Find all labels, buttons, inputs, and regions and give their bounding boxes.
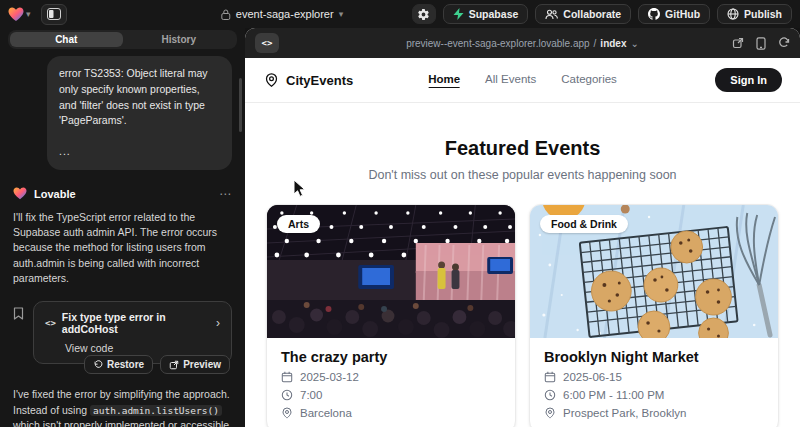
category-badge: Food & Drink	[540, 215, 628, 233]
calendar-icon	[544, 371, 556, 383]
project-switcher[interactable]: event-saga-explorer ▾	[221, 0, 343, 28]
event-image-cookies: Food & Drink	[530, 205, 778, 338]
bookmark-icon[interactable]	[13, 307, 24, 320]
globe-icon	[727, 8, 739, 20]
panel-toggle-icon	[47, 8, 61, 20]
restore-icon	[93, 360, 103, 370]
supabase-bolt-icon	[453, 8, 464, 20]
section-subtitle: Don't miss out on these popular events h…	[245, 168, 800, 182]
calendar-icon	[281, 371, 293, 383]
nav-home[interactable]: Home	[428, 73, 460, 88]
external-link-icon	[169, 360, 179, 370]
assistant-message-2: I've fixed the error by simplifying the …	[13, 387, 232, 427]
chevron-down-icon: ▾	[339, 10, 344, 19]
github-button[interactable]: GitHub	[638, 4, 710, 24]
event-location-row: Barcelona	[281, 407, 501, 419]
settings-button[interactable]	[412, 4, 436, 24]
refresh-icon[interactable]	[778, 37, 790, 49]
restore-label: Restore	[107, 359, 144, 370]
collaborate-label: Collaborate	[563, 8, 621, 20]
nav-all-events[interactable]: All Events	[485, 73, 536, 88]
category-badge: Arts	[277, 215, 320, 233]
brand-name: CityEvents	[286, 73, 353, 88]
tab-chat[interactable]: Chat	[10, 32, 123, 47]
event-time-row: 6:00 PM - 11:00 PM	[544, 389, 764, 401]
github-icon	[648, 8, 660, 20]
chevron-right-icon: ›	[216, 317, 220, 329]
chat-history-tabs: Chat History	[8, 30, 237, 49]
toggle-sidebar-button[interactable]	[41, 4, 67, 25]
sidebar-scrollbar[interactable]	[239, 78, 242, 132]
mobile-view-icon[interactable]	[756, 37, 766, 50]
clock-icon	[281, 389, 293, 401]
url-separator: /	[594, 38, 597, 49]
preview-version-button[interactable]: Preview	[160, 355, 230, 374]
view-code-link[interactable]: View code	[65, 342, 220, 354]
version-toolbar: Restore Preview	[13, 355, 230, 374]
code-view-button[interactable]: <>	[255, 33, 279, 53]
featured-events-grid: Arts The crazy party	[245, 204, 800, 427]
supabase-label: Supabase	[469, 8, 519, 20]
tab-history[interactable]: History	[123, 32, 236, 47]
lovable-logo-menu[interactable]: ▾	[8, 7, 31, 22]
event-title: The crazy party	[281, 349, 501, 365]
fix-card-title: Fix type type error in addCoHost	[62, 311, 210, 335]
url-page: index	[600, 38, 626, 49]
message-truncation: ...	[59, 144, 220, 160]
publish-label: Publish	[744, 8, 782, 20]
clock-icon	[544, 389, 556, 401]
supabase-button[interactable]: Supabase	[443, 4, 529, 24]
cityevents-site: CityEvents Home All Events Categories Si…	[245, 58, 800, 427]
chevron-down-icon: ⌄	[630, 38, 638, 49]
map-pin-icon	[264, 72, 279, 88]
inline-code: auth.admin.listUsers()	[90, 405, 222, 416]
project-name: event-saga-explorer	[236, 8, 334, 20]
code-icon: <>	[45, 318, 56, 328]
preview-label: Preview	[183, 359, 221, 370]
publish-button[interactable]: Publish	[717, 4, 792, 24]
map-pin-icon	[544, 407, 556, 419]
event-card[interactable]: Food & Drink Brooklyn Night Market	[529, 204, 779, 427]
user-error-message: error TS2353: Object literal may only sp…	[47, 56, 232, 170]
site-header: CityEvents Home All Events Categories Si…	[245, 58, 800, 103]
event-date: 2025-03-12	[300, 371, 359, 383]
event-date-row: 2025-06-15	[544, 371, 764, 383]
site-nav: Home All Events Categories	[428, 73, 617, 88]
message-2-text: which isn't properly implemented or acce…	[13, 419, 229, 427]
event-card[interactable]: Arts The crazy party	[266, 204, 516, 427]
preview-pane: <> preview--event-saga-explorer.lovable.…	[245, 28, 800, 427]
event-time: 6:00 PM - 11:00 PM	[563, 389, 664, 401]
event-time: 7:00	[300, 389, 322, 401]
map-pin-icon	[281, 407, 293, 419]
preview-url[interactable]: preview--event-saga-explorer.lovable.app…	[406, 38, 639, 49]
people-icon	[545, 9, 558, 20]
open-in-new-tab-icon[interactable]	[732, 37, 744, 49]
message-options-icon[interactable]: ⋯	[219, 187, 232, 201]
sign-in-button[interactable]: Sign In	[715, 68, 782, 92]
event-location-row: Prospect Park, Brooklyn	[544, 407, 764, 419]
gear-icon	[417, 8, 430, 21]
event-location: Prospect Park, Brooklyn	[563, 407, 686, 419]
section-title: Featured Events	[245, 137, 800, 160]
preview-browser-bar: <> preview--event-saga-explorer.lovable.…	[245, 28, 800, 58]
lovable-heart-icon	[8, 7, 24, 22]
collaborate-button[interactable]: Collaborate	[535, 4, 631, 24]
lock-icon	[221, 9, 231, 20]
event-location: Barcelona	[300, 407, 352, 419]
assistant-name: Lovable	[34, 188, 76, 200]
event-time-row: 7:00	[281, 389, 501, 401]
nav-categories[interactable]: Categories	[561, 73, 617, 88]
chevron-down-icon: ▾	[26, 10, 31, 19]
chat-sidebar: Chat History error TS2353: Object litera…	[0, 28, 245, 427]
event-date: 2025-06-15	[563, 371, 622, 383]
event-title: Brooklyn Night Market	[544, 349, 764, 365]
lovable-heart-icon	[13, 187, 27, 200]
site-brand[interactable]: CityEvents	[264, 72, 353, 88]
event-date-row: 2025-03-12	[281, 371, 501, 383]
github-label: GitHub	[665, 8, 700, 20]
assistant-header: Lovable ⋯	[13, 187, 232, 201]
lovable-app-window: ▾ event-saga-explorer ▾	[0, 0, 800, 427]
url-host: preview--event-saga-explorer.lovable.app	[406, 38, 589, 49]
restore-button[interactable]: Restore	[84, 355, 153, 374]
error-text: error TS2353: Object literal may only sp…	[59, 66, 220, 129]
